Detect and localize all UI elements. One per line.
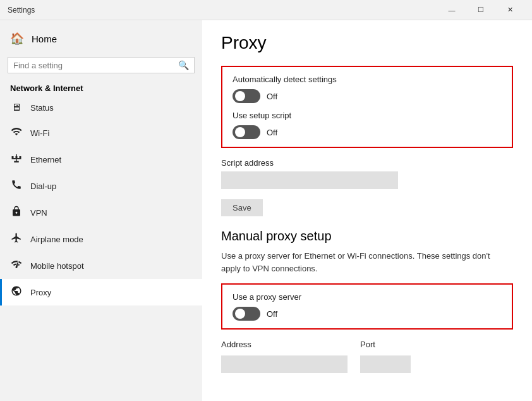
- script-address-input[interactable]: [221, 171, 398, 189]
- sidebar-item-proxy[interactable]: Proxy: [0, 279, 202, 305]
- search-input[interactable]: [13, 61, 174, 70]
- home-label: Home: [32, 34, 57, 44]
- sidebar-item-label: VPN: [30, 208, 47, 218]
- setup-script-toggle[interactable]: [233, 125, 260, 139]
- sidebar-item-vpn[interactable]: VPN: [0, 199, 202, 226]
- auto-detect-label: Automatically detect settings: [233, 75, 502, 84]
- sidebar: 🏠 Home 🔍 Network & Internet 🖥 Status Wi-…: [0, 20, 202, 401]
- auto-detect-toggle[interactable]: [233, 89, 260, 103]
- content-area: Proxy Automatically detect settings Off …: [202, 20, 532, 401]
- script-address-label: Script address: [221, 158, 513, 168]
- sidebar-item-hotspot[interactable]: Mobile hotspot: [0, 252, 202, 279]
- app-body: 🏠 Home 🔍 Network & Internet 🖥 Status Wi-…: [0, 20, 532, 401]
- auto-detect-toggle-row: Off: [233, 89, 502, 103]
- auto-detect-state: Off: [267, 92, 277, 101]
- titlebar-title: Settings: [8, 6, 35, 15]
- sidebar-item-ethernet[interactable]: Ethernet: [0, 146, 202, 173]
- dialup-icon: [10, 179, 23, 193]
- save-button[interactable]: Save: [221, 199, 263, 216]
- address-input[interactable]: [221, 355, 348, 373]
- hotspot-icon: [10, 259, 23, 273]
- use-proxy-toggle-row: Off: [233, 307, 502, 321]
- use-proxy-toggle[interactable]: [233, 307, 260, 321]
- home-icon: 🏠: [10, 32, 24, 46]
- address-port-row: Address Port: [221, 340, 513, 373]
- wifi-icon: [10, 126, 23, 140]
- ethernet-icon: [10, 152, 23, 166]
- status-icon: 🖥: [10, 102, 23, 113]
- sidebar-item-label: Status: [30, 103, 54, 113]
- use-proxy-state: Off: [267, 309, 277, 319]
- automatic-proxy-section: Automatically detect settings Off Use se…: [221, 66, 513, 148]
- proxy-icon: [10, 285, 23, 299]
- address-field: Address: [221, 340, 348, 373]
- close-button[interactable]: ✕: [495, 0, 524, 20]
- sidebar-item-wifi[interactable]: Wi-Fi: [0, 120, 202, 146]
- search-box[interactable]: 🔍: [8, 57, 195, 73]
- sidebar-item-label: Dial-up: [30, 182, 56, 191]
- vpn-icon: [10, 206, 23, 219]
- minimize-button[interactable]: —: [437, 0, 466, 20]
- port-field: Port: [360, 340, 411, 373]
- sidebar-item-dialup[interactable]: Dial-up: [0, 173, 202, 199]
- sidebar-item-status[interactable]: 🖥 Status: [0, 96, 202, 120]
- use-proxy-label: Use a proxy server: [233, 292, 502, 302]
- setup-script-state: Off: [267, 128, 277, 137]
- sidebar-item-home[interactable]: 🏠 Home: [0, 25, 202, 52]
- manual-proxy-description: Use a proxy server for Ethernet or Wi-Fi…: [221, 250, 512, 275]
- script-address-section: Script address: [221, 158, 513, 189]
- maximize-button[interactable]: ☐: [466, 0, 495, 20]
- svg-rect-4: [12, 158, 21, 159]
- port-input[interactable]: [360, 355, 411, 373]
- svg-rect-1: [16, 156, 18, 158]
- address-label: Address: [221, 340, 348, 349]
- svg-rect-3: [16, 154, 17, 156]
- manual-proxy-title: Manual proxy setup: [221, 229, 513, 244]
- sidebar-item-label: Ethernet: [30, 155, 61, 164]
- sidebar-item-label: Proxy: [30, 288, 51, 297]
- search-icon: 🔍: [178, 60, 189, 70]
- svg-rect-5: [16, 159, 17, 161]
- setup-script-label: Use setup script: [233, 111, 502, 120]
- setup-script-toggle-row: Off: [233, 125, 502, 139]
- sidebar-item-label: Wi-Fi: [30, 128, 49, 138]
- sidebar-item-label: Airplane mode: [30, 235, 83, 244]
- svg-rect-6: [14, 161, 19, 163]
- svg-rect-2: [20, 156, 21, 158]
- sidebar-item-airplane[interactable]: Airplane mode: [0, 226, 202, 252]
- sidebar-item-label: Mobile hotspot: [30, 261, 84, 271]
- page-title: Proxy: [221, 33, 513, 53]
- port-label: Port: [360, 340, 411, 349]
- use-proxy-section: Use a proxy server Off: [221, 283, 513, 330]
- sidebar-section-title: Network & Internet: [0, 78, 202, 96]
- titlebar: Settings — ☐ ✕: [0, 0, 532, 20]
- titlebar-controls: — ☐ ✕: [437, 0, 524, 20]
- svg-rect-0: [12, 156, 14, 158]
- airplane-icon: [10, 232, 23, 246]
